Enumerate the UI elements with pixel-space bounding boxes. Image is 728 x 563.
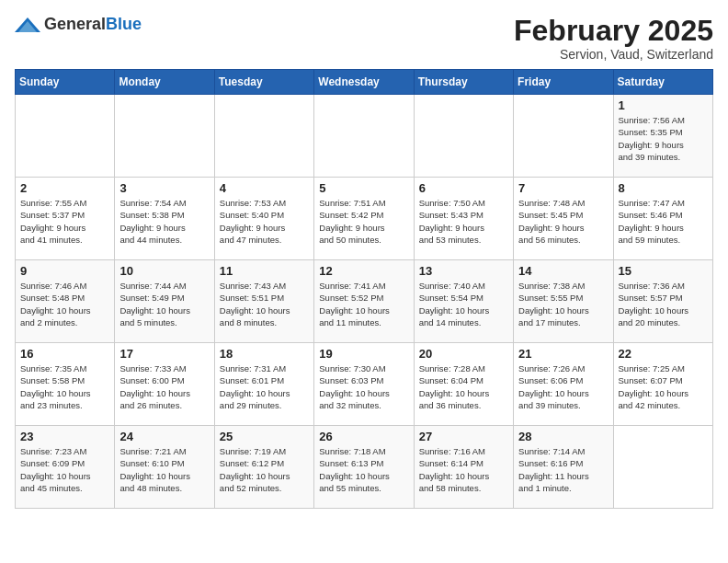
day-info: Sunrise: 7:33 AM Sunset: 6:00 PM Dayligh…: [119, 362, 209, 411]
day-info: Sunrise: 7:46 AM Sunset: 5:48 PM Dayligh…: [20, 280, 109, 328]
day-number: 2: [20, 181, 109, 195]
calendar-table: SundayMondayTuesdayWednesdayThursdayFrid…: [15, 69, 713, 509]
calendar-cell: [16, 95, 115, 178]
day-info: Sunrise: 7:44 AM Sunset: 5:49 PM Dayligh…: [119, 280, 209, 328]
calendar-cell: 12Sunrise: 7:41 AM Sunset: 5:52 PM Dayli…: [314, 260, 414, 343]
day-info: Sunrise: 7:51 AM Sunset: 5:42 PM Dayligh…: [319, 197, 408, 246]
day-number: 24: [119, 430, 209, 443]
day-info: Sunrise: 7:41 AM Sunset: 5:52 PM Dayligh…: [319, 280, 408, 328]
day-info: Sunrise: 7:25 AM Sunset: 6:07 PM Dayligh…: [619, 362, 708, 411]
calendar-cell: [414, 95, 513, 178]
day-info: Sunrise: 7:14 AM Sunset: 6:16 PM Dayligh…: [518, 445, 608, 494]
day-number: 13: [419, 264, 508, 278]
day-number: 9: [20, 264, 109, 278]
day-info: Sunrise: 7:26 AM Sunset: 6:06 PM Dayligh…: [518, 362, 608, 411]
calendar-cell: 8Sunrise: 7:47 AM Sunset: 5:46 PM Daylig…: [613, 178, 712, 260]
day-info: Sunrise: 7:53 AM Sunset: 5:40 PM Dayligh…: [220, 197, 309, 246]
calendar-cell: 1Sunrise: 7:56 AM Sunset: 5:35 PM Daylig…: [613, 95, 712, 178]
day-number: 4: [220, 181, 309, 195]
page-header: GeneralBlue February 2025 Servion, Vaud,…: [15, 15, 713, 62]
day-info: Sunrise: 7:19 AM Sunset: 6:12 PM Dayligh…: [220, 445, 309, 494]
calendar-week-row: 16Sunrise: 7:35 AM Sunset: 5:58 PM Dayli…: [16, 343, 713, 426]
calendar-cell: 13Sunrise: 7:40 AM Sunset: 5:54 PM Dayli…: [414, 260, 513, 343]
day-info: Sunrise: 7:28 AM Sunset: 6:04 PM Dayligh…: [419, 362, 508, 411]
calendar-cell: 27Sunrise: 7:16 AM Sunset: 6:14 PM Dayli…: [414, 426, 513, 509]
calendar-cell: 22Sunrise: 7:25 AM Sunset: 6:07 PM Dayli…: [613, 343, 712, 426]
day-number: 11: [220, 264, 309, 278]
calendar-cell: [613, 426, 712, 509]
day-number: 3: [119, 181, 209, 195]
day-number: 27: [419, 430, 508, 443]
calendar-week-row: 9Sunrise: 7:46 AM Sunset: 5:48 PM Daylig…: [16, 260, 713, 343]
calendar-cell: 28Sunrise: 7:14 AM Sunset: 6:16 PM Dayli…: [514, 426, 613, 509]
weekday-header-row: SundayMondayTuesdayWednesdayThursdayFrid…: [16, 70, 713, 95]
calendar-cell: 16Sunrise: 7:35 AM Sunset: 5:58 PM Dayli…: [16, 343, 115, 426]
day-number: 22: [619, 347, 708, 361]
day-number: 21: [518, 347, 608, 361]
day-info: Sunrise: 7:30 AM Sunset: 6:03 PM Dayligh…: [319, 362, 408, 411]
day-number: 25: [220, 430, 309, 443]
weekday-header: Monday: [115, 70, 214, 95]
calendar-cell: [314, 95, 414, 178]
calendar-cell: 7Sunrise: 7:48 AM Sunset: 5:45 PM Daylig…: [514, 178, 613, 260]
day-number: 6: [419, 181, 508, 195]
day-number: 23: [20, 430, 109, 443]
weekday-header: Saturday: [613, 70, 712, 95]
day-info: Sunrise: 7:43 AM Sunset: 5:51 PM Dayligh…: [220, 280, 309, 328]
calendar-cell: 2Sunrise: 7:55 AM Sunset: 5:37 PM Daylig…: [16, 178, 115, 260]
day-number: 26: [319, 430, 408, 443]
day-info: Sunrise: 7:35 AM Sunset: 5:58 PM Dayligh…: [20, 362, 109, 411]
calendar-cell: 3Sunrise: 7:54 AM Sunset: 5:38 PM Daylig…: [115, 178, 214, 260]
day-info: Sunrise: 7:36 AM Sunset: 5:57 PM Dayligh…: [619, 280, 708, 328]
day-number: 19: [319, 347, 408, 361]
day-info: Sunrise: 7:48 AM Sunset: 5:45 PM Dayligh…: [518, 197, 608, 246]
location-title: Servion, Vaud, Switzerland: [514, 47, 713, 62]
day-number: 5: [319, 181, 408, 195]
calendar-week-row: 2Sunrise: 7:55 AM Sunset: 5:37 PM Daylig…: [16, 178, 713, 260]
calendar-week-row: 1Sunrise: 7:56 AM Sunset: 5:35 PM Daylig…: [16, 95, 713, 178]
calendar-cell: 9Sunrise: 7:46 AM Sunset: 5:48 PM Daylig…: [16, 260, 115, 343]
calendar-cell: 24Sunrise: 7:21 AM Sunset: 6:10 PM Dayli…: [115, 426, 214, 509]
day-info: Sunrise: 7:31 AM Sunset: 6:01 PM Dayligh…: [220, 362, 309, 411]
day-number: 20: [419, 347, 508, 361]
calendar-cell: 5Sunrise: 7:51 AM Sunset: 5:42 PM Daylig…: [314, 178, 414, 260]
calendar-cell: 25Sunrise: 7:19 AM Sunset: 6:12 PM Dayli…: [214, 426, 313, 509]
logo-text-general: General: [44, 15, 106, 33]
calendar-cell: 19Sunrise: 7:30 AM Sunset: 6:03 PM Dayli…: [314, 343, 414, 426]
weekday-header: Wednesday: [314, 70, 414, 95]
day-info: Sunrise: 7:23 AM Sunset: 6:09 PM Dayligh…: [20, 445, 109, 494]
calendar-cell: 26Sunrise: 7:18 AM Sunset: 6:13 PM Dayli…: [314, 426, 414, 509]
day-info: Sunrise: 7:40 AM Sunset: 5:54 PM Dayligh…: [419, 280, 508, 328]
day-info: Sunrise: 7:55 AM Sunset: 5:37 PM Dayligh…: [20, 197, 109, 246]
logo: GeneralBlue: [15, 15, 142, 34]
calendar-cell: [514, 95, 613, 178]
calendar-cell: 17Sunrise: 7:33 AM Sunset: 6:00 PM Dayli…: [115, 343, 214, 426]
logo-text-blue: Blue: [106, 15, 142, 33]
weekday-header: Tuesday: [214, 70, 313, 95]
weekday-header: Friday: [514, 70, 613, 95]
calendar-cell: 14Sunrise: 7:38 AM Sunset: 5:55 PM Dayli…: [514, 260, 613, 343]
day-number: 8: [619, 181, 708, 195]
calendar-cell: 10Sunrise: 7:44 AM Sunset: 5:49 PM Dayli…: [115, 260, 214, 343]
day-number: 10: [119, 264, 209, 278]
day-number: 28: [518, 430, 608, 443]
calendar-cell: 20Sunrise: 7:28 AM Sunset: 6:04 PM Dayli…: [414, 343, 513, 426]
calendar-cell: 11Sunrise: 7:43 AM Sunset: 5:51 PM Dayli…: [214, 260, 313, 343]
calendar-cell: [214, 95, 313, 178]
calendar-cell: [115, 95, 214, 178]
calendar-cell: 18Sunrise: 7:31 AM Sunset: 6:01 PM Dayli…: [214, 343, 313, 426]
calendar-week-row: 23Sunrise: 7:23 AM Sunset: 6:09 PM Dayli…: [16, 426, 713, 509]
day-number: 14: [518, 264, 608, 278]
day-number: 17: [119, 347, 209, 361]
day-info: Sunrise: 7:54 AM Sunset: 5:38 PM Dayligh…: [119, 197, 209, 246]
day-info: Sunrise: 7:50 AM Sunset: 5:43 PM Dayligh…: [419, 197, 508, 246]
day-info: Sunrise: 7:38 AM Sunset: 5:55 PM Dayligh…: [518, 280, 608, 328]
calendar-cell: 15Sunrise: 7:36 AM Sunset: 5:57 PM Dayli…: [613, 260, 712, 343]
calendar-cell: 21Sunrise: 7:26 AM Sunset: 6:06 PM Dayli…: [514, 343, 613, 426]
day-info: Sunrise: 7:21 AM Sunset: 6:10 PM Dayligh…: [119, 445, 209, 494]
day-number: 18: [220, 347, 309, 361]
title-area: February 2025 Servion, Vaud, Switzerland: [514, 15, 713, 62]
day-number: 7: [518, 181, 608, 195]
month-title: February 2025: [514, 15, 713, 47]
calendar-cell: 4Sunrise: 7:53 AM Sunset: 5:40 PM Daylig…: [214, 178, 313, 260]
